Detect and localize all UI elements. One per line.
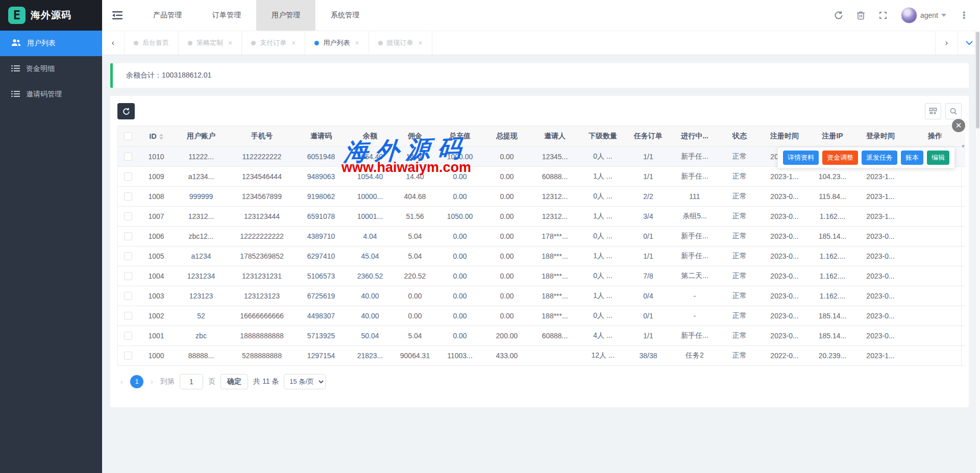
- table-cell: 0.00: [394, 306, 436, 326]
- table-cell: 200.00: [483, 326, 530, 345]
- table-row[interactable]: 1006zbc12...1222222222243897104.045.040.…: [118, 226, 965, 246]
- next-page-icon[interactable]: ›: [149, 377, 155, 386]
- prev-page-icon[interactable]: ‹: [118, 377, 125, 386]
- table-row[interactable]: 10041231234123123123151065732360.52220.5…: [118, 266, 965, 286]
- table-cell: 45.04: [347, 246, 394, 266]
- topbar-menu-item[interactable]: 系统管理: [315, 0, 375, 31]
- table-cell: 1234567899: [228, 186, 296, 206]
- topbar-menu-item[interactable]: 用户管理: [256, 0, 315, 31]
- table-cell: 90064.31: [394, 345, 436, 365]
- table-row[interactable]: 1009a1234...123454644494890631054.4014.4…: [118, 166, 965, 186]
- table-row[interactable]: 100088888...5288888888129715421823...900…: [118, 345, 965, 365]
- table-cell: 40.00: [347, 286, 394, 306]
- more-options-icon[interactable]: ⋮: [960, 10, 969, 21]
- sort-caret-icon[interactable]: [159, 134, 163, 140]
- row-action-button[interactable]: 派发任务: [862, 151, 897, 165]
- window-scrollbar[interactable]: [975, 31, 980, 473]
- sidebar-collapse-icon[interactable]: [102, 11, 133, 20]
- table-row[interactable]: 1003123123123123123672561940.000.000.000…: [118, 286, 965, 306]
- tab[interactable]: 支付订单×: [242, 31, 305, 55]
- row-checkbox[interactable]: [124, 212, 132, 220]
- table-cell: 16666666666: [228, 306, 296, 326]
- scrollbar-thumb[interactable]: [976, 32, 979, 129]
- row-checkbox[interactable]: [124, 252, 132, 260]
- tab[interactable]: 提现订单×: [369, 31, 432, 55]
- balance-total-text: 余额合计：1003188612.01: [126, 71, 211, 80]
- row-checkbox[interactable]: [124, 153, 132, 161]
- user-menu[interactable]: agent: [901, 7, 946, 23]
- table-cell: 正常: [719, 326, 760, 345]
- tab-dot-icon: [134, 41, 138, 45]
- table-row[interactable]: 10025216666666666449830740.000.000.000.0…: [118, 306, 965, 326]
- tab[interactable]: 后台首页: [125, 31, 179, 55]
- row-action-button[interactable]: 详情资料: [783, 151, 819, 165]
- tab-dot-icon: [378, 41, 383, 45]
- row-checkbox[interactable]: [124, 232, 132, 240]
- page-unit-label: 页: [208, 377, 215, 386]
- tabs-scroll-right-icon[interactable]: ›: [935, 31, 958, 55]
- fullscreen-icon[interactable]: [878, 11, 888, 20]
- table-cell: 60888...: [530, 166, 579, 186]
- sidebar-item[interactable]: 用户列表: [0, 31, 102, 56]
- topbar-menu-item[interactable]: 产品管理: [138, 0, 197, 31]
- tab[interactable]: 策略定制×: [179, 31, 242, 55]
- table-cell: 2023-0...: [760, 306, 809, 326]
- table-cell: 123123444: [228, 206, 296, 226]
- tab-close-icon[interactable]: ×: [419, 39, 423, 47]
- page-size-select[interactable]: 15 条/页: [284, 374, 326, 389]
- row-checkbox[interactable]: [124, 192, 132, 201]
- table-cell: a1234...: [174, 166, 228, 186]
- row-action-button[interactable]: 资金调整: [822, 151, 858, 165]
- row-checkbox[interactable]: [124, 352, 132, 360]
- table-cell: a1234: [174, 246, 228, 266]
- table-cell: 12312...: [530, 186, 579, 206]
- table-cell: 4389710: [296, 226, 347, 246]
- column-header: 总充值: [436, 126, 483, 146]
- goto-page-input[interactable]: [180, 374, 203, 389]
- topbar-menu-item[interactable]: 订单管理: [197, 0, 256, 31]
- select-all-checkbox[interactable]: [124, 132, 132, 140]
- columns-setting-icon[interactable]: [925, 103, 941, 119]
- tab-close-icon[interactable]: ×: [355, 39, 359, 47]
- sidebar-item[interactable]: 邀请码管理: [0, 82, 102, 107]
- search-icon[interactable]: [945, 103, 962, 119]
- row-checkbox[interactable]: [124, 312, 132, 320]
- row-checkbox[interactable]: [124, 332, 132, 340]
- row-action-button[interactable]: 账本: [901, 151, 923, 165]
- scroll-down-icon[interactable]: ▼: [961, 143, 966, 149]
- table-cell: 0.00: [436, 286, 483, 306]
- table-cell: 2023-0...: [760, 186, 809, 206]
- table-cell: 正常: [719, 306, 760, 326]
- table-cell: 2360.52: [347, 266, 394, 286]
- table-row[interactable]: 100712312...123123444659107810001...51.5…: [118, 206, 965, 226]
- row-checkbox[interactable]: [124, 172, 132, 181]
- table-cell: 178***...: [530, 226, 579, 246]
- tabs-scroll-left-icon[interactable]: ‹: [102, 31, 125, 55]
- tab[interactable]: 用户列表×: [305, 31, 369, 55]
- trash-icon[interactable]: [856, 11, 865, 20]
- avatar[interactable]: [901, 7, 917, 23]
- table-cell: 9198062: [296, 186, 347, 206]
- close-icon[interactable]: ✕: [952, 119, 965, 132]
- table-row[interactable]: 1001zbc18888888888571392550.045.040.0020…: [118, 326, 965, 345]
- tab-close-icon[interactable]: ×: [291, 39, 296, 47]
- table-cell: 1231234: [174, 266, 228, 286]
- row-checkbox[interactable]: [124, 272, 132, 280]
- table-refresh-button[interactable]: [117, 103, 135, 119]
- table-cell: 1000: [138, 345, 174, 365]
- row-action-button[interactable]: 编辑: [927, 151, 949, 165]
- page-number-button[interactable]: 1: [130, 375, 143, 388]
- tab-dot-icon: [251, 41, 256, 45]
- sidebar-item[interactable]: 资金明细: [0, 56, 102, 82]
- table-cell: 6591078: [296, 206, 347, 226]
- table-row[interactable]: 10089999991234567899919806210000...404.6…: [118, 186, 965, 206]
- table-cell: 188***...: [530, 286, 579, 306]
- confirm-button[interactable]: 确定: [220, 374, 248, 389]
- table-cell: 1/1: [626, 246, 670, 266]
- table-cell: 123123123: [228, 286, 296, 306]
- tab-close-icon[interactable]: ×: [228, 39, 232, 47]
- table-row[interactable]: 1005a123417852369852629741045.045.040.00…: [118, 246, 965, 266]
- refresh-icon[interactable]: [834, 11, 843, 20]
- column-header[interactable]: ID: [138, 126, 174, 146]
- row-checkbox[interactable]: [124, 292, 132, 300]
